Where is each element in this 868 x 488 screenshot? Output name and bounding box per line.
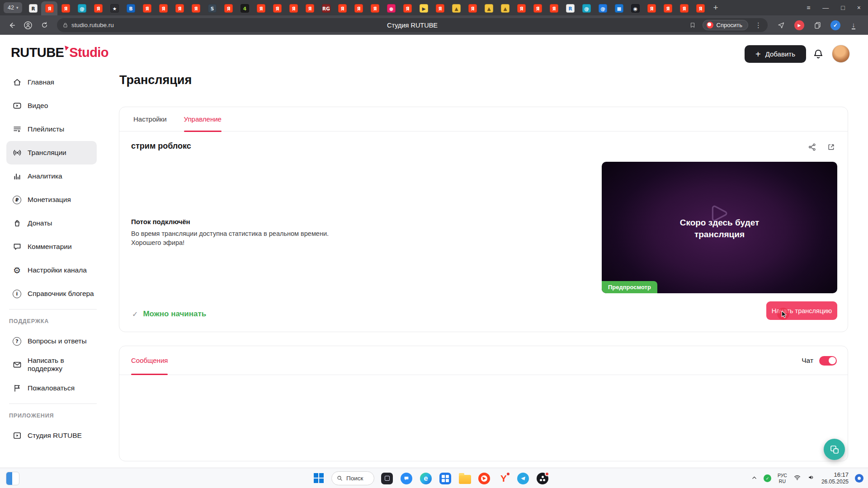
taskbar-messenger-icon[interactable] xyxy=(400,472,413,485)
browser-tab[interactable]: R xyxy=(562,1,578,15)
sidebar-item-streams[interactable]: Трансляции xyxy=(6,141,97,164)
tab-messages[interactable]: Сообщения xyxy=(131,346,168,375)
sidebar-item-video[interactable]: Видео xyxy=(0,94,97,117)
sidebar-item-report[interactable]: Пожаловаться xyxy=(0,376,97,400)
taskbar-clock[interactable]: 16:17 26.05.2025 xyxy=(821,471,849,485)
notification-center-icon[interactable] xyxy=(855,474,863,483)
notifications-bell-icon[interactable] xyxy=(812,48,824,60)
browser-tab[interactable]: ■ xyxy=(611,1,627,15)
browser-tab[interactable]: ▶ xyxy=(415,1,432,15)
browser-tab[interactable]: Я xyxy=(188,1,204,15)
sidebar-item-donates[interactable]: Донаты xyxy=(0,211,97,235)
browser-tab[interactable]: Я xyxy=(253,1,269,15)
browser-tab[interactable]: @ xyxy=(594,1,611,15)
close-button[interactable]: × xyxy=(857,4,861,11)
taskbar-yandex-icon[interactable]: Y xyxy=(497,472,510,485)
sidebar-item-analytics[interactable]: Аналитика xyxy=(0,164,97,188)
browser-tab[interactable]: Я xyxy=(285,1,302,15)
tab-counter[interactable]: 42 ▾ xyxy=(4,2,22,13)
browser-tab[interactable]: Я xyxy=(399,1,415,15)
browser-tab[interactable]: Я xyxy=(350,1,367,15)
browser-tab[interactable]: Я xyxy=(464,1,481,15)
browser-tab[interactable]: Я xyxy=(269,1,285,15)
browser-tab[interactable]: Я xyxy=(660,1,676,15)
browser-tab[interactable]: ★ xyxy=(106,1,123,15)
browser-tab[interactable]: ◉ xyxy=(627,1,643,15)
tab-settings[interactable]: Настройки xyxy=(133,107,167,131)
more-menu-icon[interactable]: ⋮ xyxy=(755,21,762,29)
ask-alice-button[interactable]: Спросить xyxy=(703,20,748,30)
browser-tab[interactable]: Я xyxy=(155,1,171,15)
browser-tab[interactable]: Я xyxy=(529,1,546,15)
browser-tab[interactable]: R xyxy=(25,1,41,15)
pages-icon[interactable] xyxy=(812,20,823,31)
taskbar-pinned-dark-app-icon[interactable] xyxy=(380,472,394,485)
back-button[interactable] xyxy=(5,18,19,33)
browser-tab[interactable]: Я xyxy=(90,1,106,15)
browser-tab[interactable]: Я xyxy=(220,1,236,15)
browser-tab[interactable]: Я xyxy=(643,1,660,15)
browser-tab[interactable]: Я xyxy=(432,1,448,15)
taskbar-explorer-icon[interactable] xyxy=(458,472,472,485)
browser-tab[interactable]: Я xyxy=(546,1,562,15)
video-record-icon[interactable]: ▶ xyxy=(794,20,804,30)
share-icon[interactable] xyxy=(808,143,816,153)
start-stream-button[interactable]: Начать трансляцию xyxy=(766,301,837,320)
browser-tab[interactable]: RG xyxy=(318,1,334,15)
sidebar-item-faq[interactable]: ? Вопросы и ответы xyxy=(0,329,97,353)
browser-tab[interactable]: Я xyxy=(41,1,57,15)
wifi-icon[interactable] xyxy=(793,474,801,483)
browser-tab[interactable]: Я xyxy=(692,1,708,15)
browser-tab[interactable]: Я xyxy=(57,1,74,15)
volume-icon[interactable] xyxy=(807,474,815,483)
taskbar-yandex-browser-icon[interactable] xyxy=(477,472,491,485)
browser-tab[interactable]: @ xyxy=(74,1,90,15)
sidebar-item-blogger-guide[interactable]: i Справочник блогера xyxy=(0,282,97,305)
sidebar-item-write-support[interactable]: Написать в поддержку xyxy=(0,353,97,376)
start-button[interactable] xyxy=(312,472,326,485)
browser-menu-icon[interactable]: ≡ xyxy=(807,4,810,11)
browser-tab[interactable]: 4 xyxy=(236,1,253,15)
sidebar-item-monetization[interactable]: ₽ Монетизация xyxy=(0,188,97,211)
minimize-button[interactable]: — xyxy=(822,4,829,11)
downloads-icon[interactable]: ↓ xyxy=(848,20,859,31)
browser-tab[interactable]: Я xyxy=(302,1,318,15)
taskbar-blue-tiles-app-icon[interactable] xyxy=(439,472,452,485)
browser-tab[interactable]: Я xyxy=(367,1,383,15)
user-avatar[interactable] xyxy=(832,45,850,63)
browser-tab[interactable]: ● xyxy=(383,1,399,15)
tray-antivirus-icon[interactable]: ✓ xyxy=(764,474,771,482)
taskbar-edge-icon[interactable]: e xyxy=(419,472,433,485)
chat-toggle[interactable] xyxy=(819,356,837,366)
language-indicator[interactable]: РУС RU xyxy=(778,473,787,484)
sidebar-item-home[interactable]: Главная xyxy=(0,70,97,94)
browser-tab[interactable]: ▲ xyxy=(448,1,464,15)
browser-tab[interactable]: Я xyxy=(139,1,155,15)
profile-icon[interactable] xyxy=(21,18,35,33)
sidebar-item-studio-app[interactable]: Студия RUTUBE xyxy=(0,424,97,447)
browser-tab[interactable]: S xyxy=(204,1,220,15)
tray-chevron-up-icon[interactable] xyxy=(751,474,757,483)
browser-tab[interactable]: Я xyxy=(171,1,188,15)
taskbar-search[interactable]: Поиск xyxy=(331,471,374,485)
browser-tab[interactable]: Я xyxy=(676,1,692,15)
reload-button[interactable] xyxy=(37,18,52,33)
rutube-studio-logo[interactable]: RUTUBEStudio xyxy=(11,45,108,60)
maximize-button[interactable]: □ xyxy=(841,4,844,11)
widgets-icon[interactable] xyxy=(6,472,19,485)
browser-tab[interactable]: @ xyxy=(578,1,594,15)
browser-tab[interactable]: B xyxy=(123,1,139,15)
tab-management[interactable]: Управление xyxy=(184,107,222,131)
address-bar[interactable]: studio.rutube.ru Студия RUTUBE Спросить … xyxy=(57,18,768,32)
taskbar-telegram-icon[interactable] xyxy=(516,472,530,485)
external-link-icon[interactable] xyxy=(827,143,835,153)
new-tab-button[interactable]: + xyxy=(713,3,718,13)
taskbar-obs-icon[interactable] xyxy=(536,472,549,485)
add-button[interactable]: + Добавить xyxy=(745,45,806,63)
send-pointer-icon[interactable] xyxy=(776,20,787,31)
browser-tab[interactable]: ▲ xyxy=(497,1,513,15)
widget-fab-button[interactable] xyxy=(824,439,845,460)
sidebar-item-playlists[interactable]: Плейлисты xyxy=(0,117,97,141)
browser-tab[interactable]: Я xyxy=(513,1,529,15)
bookmark-icon[interactable] xyxy=(689,22,696,28)
